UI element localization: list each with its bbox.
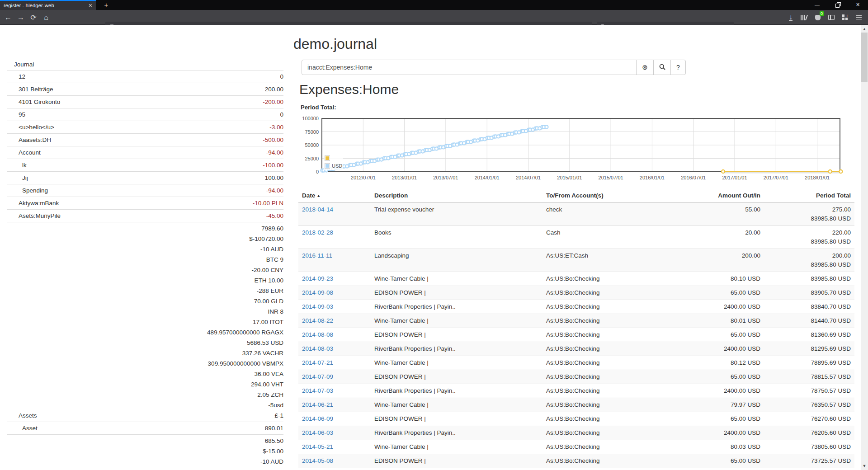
column-header-period-total[interactable]: Period Total xyxy=(764,189,854,202)
sidebar-toggle-icon[interactable] xyxy=(825,12,838,24)
account-name[interactable]: 12 xyxy=(7,72,25,82)
account-name[interactable]: 301 Beiträge xyxy=(7,85,53,94)
account-name[interactable]: Cash xyxy=(7,467,37,470)
downloads-icon[interactable]: ↓ xyxy=(784,12,797,24)
account-name[interactable]: Spending xyxy=(7,186,48,196)
sidebar-account-row: Cash685.50$-15.00-10 AUD-30.00 USD xyxy=(7,434,283,470)
activity-grid-icon[interactable]: + xyxy=(838,12,852,24)
restore-icon xyxy=(835,4,840,8)
window-restore-button[interactable] xyxy=(827,0,848,10)
account-sidebar: Journal 120301 Beiträge200.004101 Giroko… xyxy=(7,59,283,470)
transaction-description: EDISON POWER | xyxy=(371,412,542,426)
account-name[interactable]: Aktywa:mBank xyxy=(7,198,59,208)
clear-query-button[interactable]: ⊗ xyxy=(636,60,654,75)
account-name[interactable]: Aaasets:DH xyxy=(7,135,51,145)
transaction-description: Wine-Tarner Cable | xyxy=(371,314,542,328)
table-row: 2014-05-21Wine-Tarner Cable |As:US:Bo:Ch… xyxy=(298,440,854,454)
account-name[interactable]: Asset xyxy=(7,423,38,433)
transaction-amount: 65.00 USD xyxy=(678,286,764,300)
back-icon[interactable]: ← xyxy=(2,11,14,24)
tab-title: register - hledger-web xyxy=(4,3,86,8)
transaction-date-link[interactable]: 2018-02-28 xyxy=(302,229,333,236)
column-header-account[interactable]: To/From Account(s) xyxy=(542,189,678,202)
transaction-date-link[interactable]: 2014-09-23 xyxy=(302,275,333,282)
forward-icon[interactable]: → xyxy=(14,11,27,24)
transaction-date-link[interactable]: 2014-09-08 xyxy=(302,289,333,296)
account-name[interactable]: <u>hello</u> xyxy=(7,122,54,132)
account-name[interactable]: 4101 Girokonto xyxy=(7,97,60,107)
extension-icon[interactable]: 0 xyxy=(811,12,825,24)
account-name[interactable]: lk xyxy=(7,160,27,170)
svg-text:2013/01/01: 2013/01/01 xyxy=(392,175,417,180)
window-close-button[interactable]: × xyxy=(848,0,868,10)
transaction-description: EDISON POWER | xyxy=(371,454,542,468)
window-minimize-button[interactable]: — xyxy=(807,0,827,10)
table-row: 2014-08-08EDISON POWER |As:US:Bo:Checkin… xyxy=(298,328,854,342)
column-header-amount[interactable]: Amount Out/In xyxy=(678,189,764,202)
table-row: 2014-09-03RiverBank Properties | Payin..… xyxy=(298,300,854,314)
tab-close-icon[interactable]: × xyxy=(89,2,92,9)
transaction-date-link[interactable]: 2014-08-03 xyxy=(302,345,333,352)
new-tab-button[interactable]: + xyxy=(100,0,112,10)
transaction-amount: 80.01 USD xyxy=(678,314,764,328)
column-header-description[interactable]: Description xyxy=(371,189,542,202)
transaction-date-link[interactable]: 2014-09-03 xyxy=(302,303,333,310)
table-row: 2014-07-21Wine-Tarner Cable |As:US:Bo:Ch… xyxy=(298,356,854,370)
account-name[interactable]: Assets xyxy=(7,411,37,421)
transaction-account: As:US:Bo:Checking xyxy=(542,286,678,300)
page-scrollbar[interactable]: ▲ ▼ xyxy=(861,25,868,470)
transaction-amount: 20.00 xyxy=(678,226,764,249)
register-heading: Expenses:Home xyxy=(299,82,399,97)
sidebar-account-row: Account-94.00 xyxy=(7,146,283,159)
sidebar-account-row: <u>hello</u>-3.00 xyxy=(7,121,283,133)
query-form: ⊗ ? xyxy=(302,60,686,75)
page-content: Journal 120301 Beiträge200.004101 Giroko… xyxy=(0,25,861,470)
clear-icon: ⊗ xyxy=(642,63,648,71)
transaction-date-link[interactable]: 2014-05-08 xyxy=(302,457,333,464)
transaction-amount: 200.00 xyxy=(678,249,764,272)
account-name[interactable]: Asets:MunyPile xyxy=(7,211,61,221)
transaction-amount: 55.00 xyxy=(678,202,764,226)
transaction-date-link[interactable]: 2018-04-14 xyxy=(302,206,333,213)
column-header-date[interactable]: Date▲ xyxy=(298,189,371,202)
help-button[interactable]: ? xyxy=(670,60,686,75)
browser-tab[interactable]: register - hledger-web × xyxy=(0,0,96,10)
library-icon[interactable] xyxy=(797,12,811,24)
svg-text:2018/01/01: 2018/01/01 xyxy=(805,175,830,180)
account-name[interactable]: Jij xyxy=(7,173,28,183)
menu-icon[interactable] xyxy=(852,12,865,24)
transaction-amount: 80.12 USD xyxy=(678,356,764,370)
sidebar-account-row: 950 xyxy=(7,108,283,121)
reload-icon[interactable]: ⟳ xyxy=(27,11,40,24)
scroll-down-icon[interactable]: ▼ xyxy=(861,463,868,469)
transaction-date-link[interactable]: 2014-07-09 xyxy=(302,373,333,380)
transaction-date-link[interactable]: 2014-08-08 xyxy=(302,331,333,338)
home-icon[interactable]: ⌂ xyxy=(40,11,52,24)
transaction-date-link[interactable]: 2014-08-22 xyxy=(302,317,333,324)
transaction-description: RiverBank Properties | Payin.. xyxy=(371,300,542,314)
table-row: 2016-11-11LandscapingAs:US:ET:Cash200.00… xyxy=(298,249,854,272)
transaction-date-link[interactable]: 2014-05-21 xyxy=(302,443,333,450)
scroll-up-icon[interactable]: ▲ xyxy=(861,26,868,32)
transaction-date-link[interactable]: 2014-07-21 xyxy=(302,359,333,366)
period-total: 73805.60 USD xyxy=(764,440,854,454)
transaction-date-link[interactable]: 2014-06-21 xyxy=(302,401,333,408)
transaction-date-link[interactable]: 2016-11-11 xyxy=(302,252,332,259)
period-total: 275.0083985.80 USD xyxy=(764,202,854,226)
account-balance: 685.50$-15.00-10 AUD-30.00 USD xyxy=(251,436,283,470)
search-button[interactable] xyxy=(653,60,671,75)
transaction-amount: 80.10 USD xyxy=(678,272,764,286)
account-balance: -3.00 xyxy=(269,122,283,132)
scrollbar-thumb[interactable] xyxy=(861,33,868,82)
period-total: 78750.57 USD xyxy=(764,384,854,398)
account-name[interactable]: Account xyxy=(7,148,41,158)
sidebar-item-journal[interactable]: Journal xyxy=(7,59,283,70)
svg-text:2012/07/01: 2012/07/01 xyxy=(351,175,376,180)
query-input[interactable] xyxy=(302,60,637,75)
window-controls: — × xyxy=(807,0,868,10)
transaction-date-link[interactable]: 2014-06-09 xyxy=(302,415,333,422)
period-total: 200.0083985.80 USD xyxy=(764,249,854,272)
transaction-date-link[interactable]: 2014-07-03 xyxy=(302,387,333,394)
account-name[interactable]: 95 xyxy=(7,110,25,120)
transaction-date-link[interactable]: 2014-06-03 xyxy=(302,429,333,436)
